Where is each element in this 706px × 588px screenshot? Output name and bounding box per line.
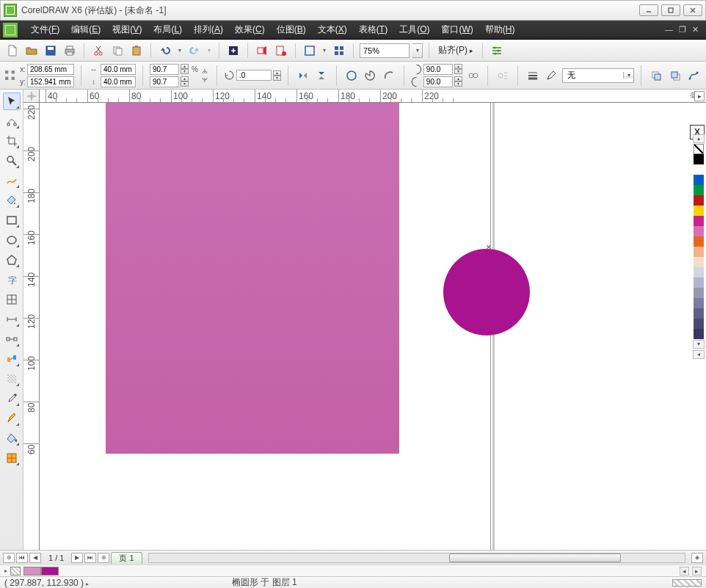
palette-left-button[interactable]: ◂ <box>680 567 689 576</box>
pink-rectangle-object[interactable] <box>106 103 399 454</box>
lock-ratio-button[interactable] <box>200 65 210 87</box>
mirror-horizontal-button[interactable] <box>295 68 311 84</box>
redo-button[interactable] <box>186 43 203 59</box>
close-button[interactable] <box>683 4 702 16</box>
page-tab-1[interactable]: 页 1 <box>111 552 142 564</box>
eyedropper-tool[interactable] <box>3 390 21 407</box>
maximize-button[interactable] <box>661 4 680 16</box>
mirror-vertical-button[interactable] <box>313 68 330 84</box>
outline-tool[interactable] <box>3 410 21 427</box>
open-button[interactable] <box>23 43 40 59</box>
menu-x[interactable]: 文本(X) <box>312 21 353 39</box>
outline-width-select[interactable]: 无 <box>563 70 623 81</box>
palette-swatch-0[interactable] <box>694 154 704 164</box>
y-position-input[interactable] <box>27 76 74 87</box>
zoom-input[interactable] <box>360 43 410 58</box>
connector-tool[interactable] <box>3 330 21 348</box>
paste-button[interactable] <box>128 43 145 59</box>
end-angle-spinner[interactable]: ▴▾ <box>454 76 462 87</box>
dimension-tool[interactable] <box>3 311 21 328</box>
palette-swatch-13[interactable] <box>694 288 704 298</box>
horizontal-ruler[interactable]: 毫米406080100120140160180200220 <box>40 90 706 103</box>
interactive-fill-tool[interactable] <box>3 429 21 447</box>
freehand-tool[interactable] <box>3 172 21 189</box>
mdi-restore-button[interactable]: ❐ <box>679 25 686 35</box>
wrap-text-button[interactable] <box>495 68 511 84</box>
palette-swatch-4[interactable] <box>694 195 704 206</box>
palette-flyout-button[interactable]: ◂ <box>693 350 705 359</box>
transparency-tool[interactable] <box>3 370 21 388</box>
palette-scroll-down-button[interactable]: ▾ <box>693 340 705 349</box>
scale-x-input[interactable] <box>150 64 179 75</box>
palette-swatch-8[interactable] <box>694 236 704 247</box>
palette-scroll-up-button[interactable]: ▴ <box>693 134 705 143</box>
eyedropper-icon[interactable] <box>10 567 21 576</box>
print-button[interactable] <box>62 43 78 59</box>
menu-t[interactable]: 表格(T) <box>353 21 393 39</box>
redo-dropdown[interactable]: ▾ <box>205 43 213 59</box>
palette-swatch-17[interactable] <box>694 329 704 339</box>
outline-width-dropdown[interactable]: ▾ <box>623 72 633 79</box>
undo-dropdown[interactable]: ▾ <box>176 43 183 59</box>
pie-button[interactable] <box>363 68 379 84</box>
document-color-0[interactable] <box>23 567 41 576</box>
fullscreen-button[interactable] <box>302 43 318 59</box>
direction-button[interactable] <box>465 68 481 84</box>
menu-l[interactable]: 布局(L) <box>148 21 188 39</box>
palette-swatch-3[interactable] <box>694 185 704 195</box>
add-page-after-button[interactable]: ⊕ <box>98 553 109 563</box>
menu-a[interactable]: 排列(A) <box>188 21 229 39</box>
publish-pdf-button[interactable] <box>273 43 289 59</box>
navigator-button[interactable]: ◈ <box>691 553 703 563</box>
no-color-swatch[interactable] <box>694 144 704 154</box>
shape-tool[interactable] <box>3 112 21 130</box>
palette-swatch-6[interactable] <box>694 216 704 226</box>
convert-curves-button[interactable] <box>685 68 702 84</box>
scale-y-input[interactable] <box>150 76 179 87</box>
palette-swatch-2[interactable] <box>694 175 704 185</box>
polygon-tool[interactable] <box>3 251 21 269</box>
mdi-minimize-button[interactable]: — <box>665 25 673 35</box>
palette-swatch-15[interactable] <box>694 308 704 319</box>
save-button[interactable] <box>43 43 59 59</box>
document-color-1[interactable] <box>41 567 59 576</box>
new-button[interactable] <box>4 43 21 59</box>
palette-swatch-11[interactable] <box>694 267 704 277</box>
drawing-viewport[interactable]: ✕ <box>40 103 706 550</box>
last-page-button[interactable]: ⏭ <box>84 553 96 563</box>
palette-swatch-16[interactable] <box>694 319 704 329</box>
copy-button[interactable] <box>109 43 125 59</box>
palette-swatch-12[interactable] <box>694 277 704 288</box>
menu-e[interactable]: 编辑(E) <box>65 21 106 39</box>
ruler-origin-button[interactable] <box>23 90 40 103</box>
view-navigator-button[interactable]: ▸ <box>694 91 705 101</box>
cut-button[interactable] <box>90 43 106 59</box>
vertical-ruler[interactable]: 2202001801601401201008060 <box>23 103 40 550</box>
start-angle-spinner[interactable]: ▴▾ <box>454 64 462 74</box>
first-page-button[interactable]: ⏮ <box>16 553 28 563</box>
next-page-button[interactable]: ▶ <box>71 553 83 563</box>
zoom-dropdown[interactable]: ▾ <box>412 43 423 58</box>
smart-fill-tool[interactable] <box>3 192 21 209</box>
menu-f[interactable]: 文件(F) <box>25 21 65 39</box>
menu-c[interactable]: 效果(C) <box>229 21 271 39</box>
ellipse-tool[interactable] <box>3 231 21 249</box>
menu-b[interactable]: 位图(B) <box>271 21 312 39</box>
options-button[interactable] <box>489 43 505 59</box>
to-back-button[interactable] <box>667 68 683 84</box>
menu-w[interactable]: 窗口(W) <box>435 21 478 39</box>
palette-swatch-5[interactable] <box>694 206 704 216</box>
palette-swatch-10[interactable] <box>694 257 704 267</box>
width-input[interactable] <box>101 64 136 75</box>
scale-x-spinner[interactable]: ▴▾ <box>181 64 189 74</box>
menu-h[interactable]: 帮助(H) <box>479 21 521 39</box>
arc-button[interactable] <box>381 68 397 84</box>
minimize-button[interactable] <box>639 4 658 16</box>
undo-button[interactable] <box>157 43 173 59</box>
rotation-spinner[interactable]: ▴▾ <box>273 70 281 81</box>
magenta-ellipse-object[interactable] <box>443 249 530 335</box>
rotation-input[interactable] <box>236 70 272 81</box>
export-button[interactable] <box>254 43 270 59</box>
add-page-button[interactable]: ⊕ <box>3 553 15 563</box>
palette-swatch-9[interactable] <box>694 247 704 257</box>
